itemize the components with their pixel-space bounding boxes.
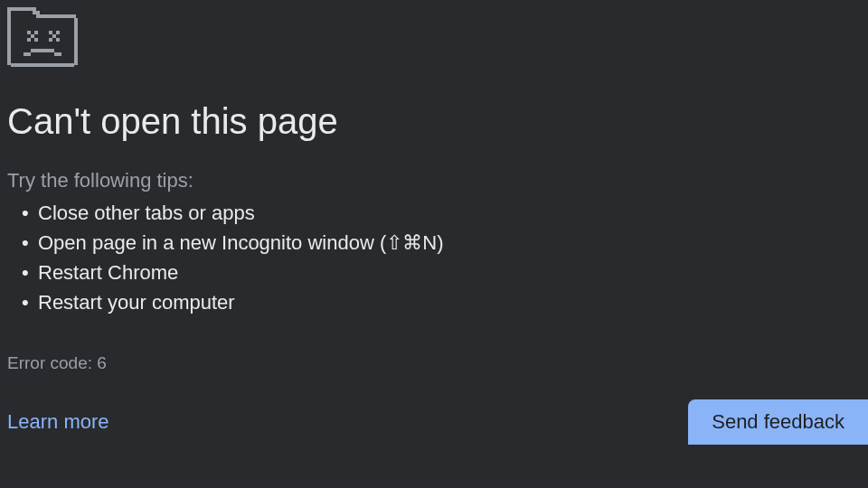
svg-rect-17 [61, 14, 65, 18]
svg-rect-45 [74, 51, 78, 54]
svg-rect-12 [43, 14, 47, 18]
svg-rect-16 [58, 14, 61, 18]
svg-rect-10 [36, 14, 40, 18]
svg-rect-29 [7, 40, 11, 43]
svg-rect-4 [22, 7, 25, 11]
tips-intro: Try the following tips: [7, 169, 861, 192]
svg-rect-32 [7, 51, 11, 54]
svg-rect-33 [7, 54, 11, 58]
svg-rect-18 [65, 14, 69, 18]
svg-rect-40 [74, 33, 78, 36]
svg-rect-28 [7, 36, 11, 40]
svg-rect-13 [47, 14, 51, 18]
svg-rect-48 [74, 61, 78, 65]
svg-rect-54 [34, 38, 38, 42]
svg-rect-36 [74, 18, 78, 22]
send-feedback-button[interactable]: Send feedback [688, 399, 868, 445]
svg-rect-34 [7, 58, 11, 61]
svg-rect-59 [56, 38, 60, 42]
svg-rect-42 [74, 40, 78, 43]
page-title: Can't open this page [7, 101, 861, 142]
svg-rect-19 [69, 14, 72, 18]
list-item: Restart your computer [22, 287, 861, 317]
svg-rect-23 [7, 18, 11, 22]
tips-list: Close other tabs or apps Open page in a … [7, 198, 861, 317]
svg-rect-62 [54, 52, 61, 56]
svg-rect-52 [31, 34, 34, 38]
svg-rect-56 [56, 31, 60, 34]
svg-rect-21 [7, 11, 11, 14]
svg-rect-7 [33, 7, 36, 11]
svg-rect-31 [7, 47, 11, 51]
svg-rect-2 [14, 7, 18, 11]
learn-more-link[interactable]: Learn more [7, 410, 109, 434]
svg-rect-14 [51, 14, 54, 18]
svg-rect-35 [7, 61, 11, 65]
list-item: Open page in a new Incognito window (⇧⌘N… [22, 228, 861, 258]
list-item: Close other tabs or apps [22, 198, 861, 228]
svg-rect-22 [7, 14, 11, 18]
svg-rect-46 [74, 54, 78, 58]
svg-rect-53 [27, 38, 31, 42]
sad-folder-icon [7, 7, 78, 67]
svg-rect-27 [7, 33, 11, 36]
svg-rect-1 [11, 7, 14, 11]
svg-rect-3 [18, 7, 22, 11]
svg-rect-25 [7, 25, 11, 29]
svg-rect-38 [74, 25, 78, 29]
svg-rect-44 [74, 47, 78, 51]
svg-rect-37 [74, 22, 78, 25]
svg-rect-41 [74, 36, 78, 40]
svg-rect-15 [54, 14, 58, 18]
svg-rect-47 [74, 58, 78, 61]
svg-rect-9 [36, 11, 40, 14]
svg-rect-11 [40, 14, 43, 18]
svg-rect-50 [27, 31, 31, 34]
svg-rect-26 [7, 29, 11, 33]
svg-rect-58 [49, 38, 52, 42]
error-code: Error code: 6 [7, 353, 861, 373]
svg-rect-51 [34, 31, 38, 34]
list-item: Restart Chrome [22, 258, 861, 287]
svg-rect-57 [52, 34, 56, 38]
svg-rect-60 [24, 52, 31, 56]
svg-rect-6 [29, 7, 33, 11]
svg-rect-39 [74, 29, 78, 33]
svg-rect-5 [25, 7, 29, 11]
svg-rect-24 [7, 22, 11, 25]
svg-rect-30 [7, 43, 11, 47]
svg-rect-61 [31, 49, 54, 52]
svg-rect-20 [72, 14, 76, 18]
svg-rect-49 [11, 63, 74, 67]
svg-rect-0 [7, 7, 11, 11]
svg-rect-8 [33, 11, 36, 14]
svg-rect-55 [49, 31, 52, 34]
svg-rect-43 [74, 43, 78, 47]
